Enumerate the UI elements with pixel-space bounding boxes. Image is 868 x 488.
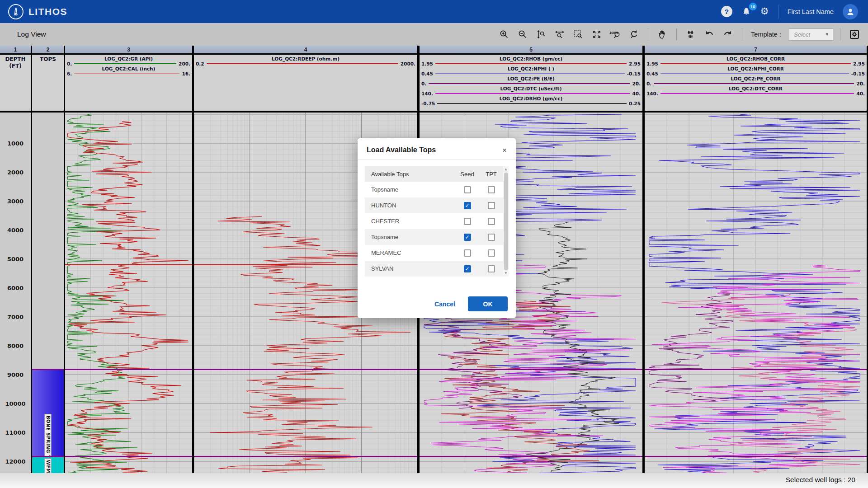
top-navbar: LITHOS ? 10 ⚙ First Last Name <box>0 0 868 23</box>
seed-checkbox[interactable] <box>464 186 471 193</box>
cancel-button[interactable]: Cancel <box>434 300 455 308</box>
depth-track-header[interactable]: DEPTH(FT) <box>0 55 31 111</box>
seed-checkbox[interactable] <box>464 249 471 257</box>
fit-screen-button[interactable] <box>590 27 604 42</box>
track-number: 4 <box>194 46 417 53</box>
app-root: LITHOS ? 10 ⚙ First Last Name <box>0 0 868 488</box>
nav-divider <box>778 5 778 19</box>
close-icon[interactable]: × <box>500 144 509 157</box>
template-select-value: Select <box>789 31 825 38</box>
selected-logs-status: Selected well logs : 20 <box>786 476 855 484</box>
tops-track-header[interactable]: TOPS <box>32 55 64 111</box>
curve-color-line <box>429 83 630 84</box>
person-icon <box>846 7 855 16</box>
brand-name: LITHOS <box>28 6 67 17</box>
track5-header[interactable]: LOG_QC2:RHOB (gm/cc) 1.952.95 LOG_QC2:NP… <box>420 55 642 111</box>
table-row: SYLVAN <box>365 261 503 277</box>
zoom-out-icon <box>518 29 528 39</box>
tpt-checkbox[interactable] <box>488 202 495 209</box>
vertical-zoom-button[interactable] <box>534 27 548 42</box>
track3-plot[interactable] <box>65 113 192 473</box>
help-button[interactable]: ? <box>721 6 732 17</box>
scroll-up-icon[interactable]: ▲ <box>503 166 509 173</box>
header-underline <box>0 111 868 113</box>
user-name: First Last Name <box>788 8 834 15</box>
track4-header[interactable]: LOG_QC2:RDEEP (ohm.m) 0.22000. <box>194 55 417 111</box>
reset-zoom-button[interactable] <box>627 27 641 42</box>
template-select[interactable]: Select ▼ <box>789 28 833 41</box>
track7-header[interactable]: LOG_QC2:RHOB_CORR 1.952.95 LOG_QC2:NPHI_… <box>645 55 867 111</box>
hand-icon <box>657 29 667 39</box>
ok-button[interactable]: OK <box>468 296 508 311</box>
notifications-button[interactable]: 10 <box>741 7 751 17</box>
zoom-out-button[interactable] <box>515 27 530 42</box>
notification-badge: 10 <box>749 3 757 10</box>
depth-column: 1000 2000 3000 4000 5000 6000 7000 8000 … <box>0 113 31 473</box>
log-view-toolbar: Log View 100% <box>0 23 868 46</box>
formation-top-marker <box>32 456 868 457</box>
toolbar-separator <box>676 28 677 40</box>
tpt-checkbox[interactable] <box>488 234 495 241</box>
curve-color-line <box>660 73 849 74</box>
scroll-down-icon[interactable]: ▼ <box>503 270 509 277</box>
track3-header[interactable]: LOG_QC2:GR (API) 0.200. LOG_QC2:CAL (inc… <box>65 55 192 111</box>
zoom-in-button[interactable] <box>497 27 511 42</box>
dialog-divider <box>358 160 516 160</box>
track-number: 1 <box>0 46 31 53</box>
col-header-name: Available Tops <box>365 171 455 178</box>
well-tracks-button[interactable] <box>684 27 698 42</box>
track-headers: DEPTH(FT) TOPS LOG_QC2:GR (API) 0.200. L… <box>0 55 868 111</box>
gear-icon: ⚙ <box>760 7 769 16</box>
reset-zoom-icon <box>629 29 639 39</box>
svg-text:100%: 100% <box>609 31 618 35</box>
track-border <box>192 46 194 473</box>
curve-color-line <box>74 73 179 74</box>
horizontal-zoom-button[interactable] <box>552 27 567 42</box>
seed-checkbox[interactable] <box>464 202 471 209</box>
curve-color-line <box>654 83 854 84</box>
track-border <box>31 46 32 473</box>
display-settings-button[interactable] <box>847 27 862 42</box>
curve-color-line <box>660 63 851 64</box>
help-icon: ? <box>721 6 732 17</box>
dialog-title: Load Available Tops <box>367 146 436 154</box>
tpt-checkbox[interactable] <box>488 218 495 225</box>
table-header-row: Available Tops Seed TPT <box>365 166 503 182</box>
derrick-logo-icon <box>8 4 24 19</box>
user-avatar[interactable] <box>843 4 858 19</box>
seed-checkbox[interactable] <box>464 234 471 241</box>
curve-color-line <box>660 93 854 94</box>
curve-color-line <box>74 63 176 64</box>
table-row: HUNTON <box>365 197 503 213</box>
rectangle-zoom-button[interactable] <box>571 27 585 42</box>
settings-button[interactable]: ⚙ <box>760 7 769 16</box>
tpt-checkbox[interactable] <box>488 249 495 257</box>
tops-band-bone-spring[interactable]: BONE SPRING T <box>32 370 64 456</box>
zoom-100-icon: 100% <box>609 29 621 39</box>
track-number-strip: 1 2 3 4 5 7 <box>0 46 868 53</box>
display-settings-icon <box>849 29 860 40</box>
redo-icon <box>723 29 733 39</box>
scrollbar-thumb[interactable] <box>504 173 508 270</box>
zoom-100-button[interactable]: 100% <box>608 27 623 42</box>
vertical-zoom-icon <box>536 29 546 39</box>
track-number: 7 <box>645 46 867 53</box>
horizontal-zoom-icon <box>555 29 565 39</box>
tpt-checkbox[interactable] <box>488 186 495 193</box>
load-available-tops-dialog: Load Available Tops × Available Tops See… <box>358 138 516 318</box>
tpt-checkbox[interactable] <box>488 265 495 272</box>
bottom-fade-bar: Selected well logs : 20 <box>0 473 868 488</box>
table-scrollbar[interactable]: ▲ ▼ <box>503 166 509 277</box>
undo-button[interactable] <box>702 27 717 42</box>
toolbar-separator <box>840 28 840 40</box>
seed-checkbox[interactable] <box>464 218 471 225</box>
curve-color-line <box>435 73 625 74</box>
pan-hand-button[interactable] <box>655 27 670 42</box>
seed-checkbox[interactable] <box>464 265 471 272</box>
track7-plot[interactable] <box>645 113 867 473</box>
tops-band-wfmp[interactable]: WFMP T <box>32 457 64 473</box>
chevron-down-icon: ▼ <box>825 32 833 37</box>
redo-button[interactable] <box>721 27 735 42</box>
table-row: Topsname <box>365 229 503 245</box>
curve-header: LOG_QC2:CAL (inch) 6.16. <box>65 66 192 75</box>
